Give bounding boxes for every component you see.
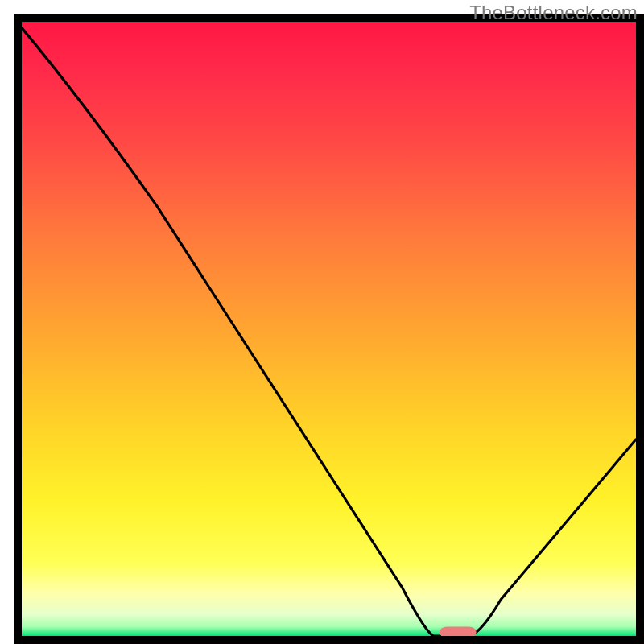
watermark-label: TheBottleneck.com <box>469 2 638 24</box>
chart-container: TheBottleneck.com <box>0 0 644 644</box>
bottleneck-curve-chart <box>0 0 644 644</box>
plot-background <box>22 22 636 636</box>
